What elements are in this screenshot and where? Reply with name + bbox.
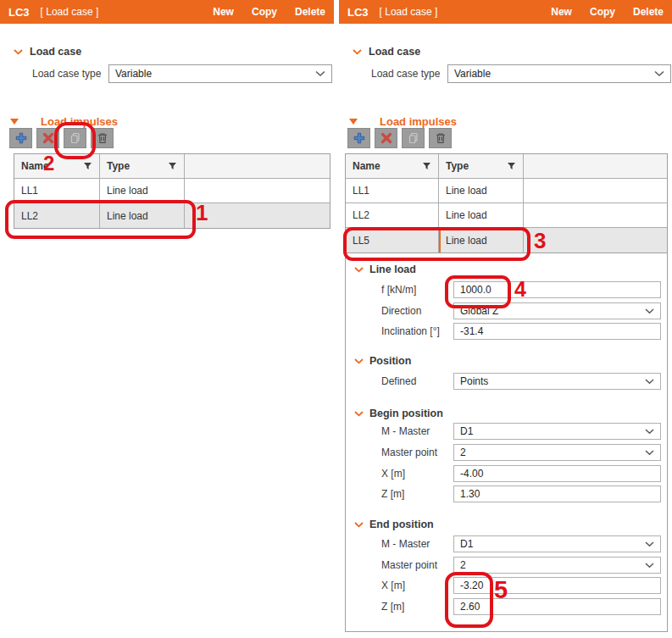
load-impulses-section-header[interactable]: Load impulses <box>10 115 118 128</box>
cell-type[interactable]: Line load <box>100 203 185 228</box>
load-case-type-value: Variable <box>115 68 152 80</box>
begin-point-select[interactable]: 2 <box>453 444 661 461</box>
add-impulse-button[interactable] <box>347 128 370 148</box>
cell-type[interactable]: Line load <box>439 203 524 227</box>
load-case-type-label: Load case type <box>32 65 101 82</box>
trash-impulse-button[interactable] <box>429 128 452 148</box>
impulse-detail-form: Line load f [kN/m] 1000.0 Direction Glob… <box>345 253 668 632</box>
table-header-row: Name Type <box>346 154 667 179</box>
column-header-empty <box>185 154 330 178</box>
end-position-section-header[interactable]: End position <box>354 519 434 530</box>
end-master-select[interactable]: D1 <box>453 535 661 552</box>
end-point-select[interactable]: 2 <box>453 557 661 574</box>
column-header-type[interactable]: Type <box>439 154 524 178</box>
cell-type-editing[interactable]: Line load <box>439 228 524 252</box>
table-row-ll1[interactable]: LL1 Line load <box>14 179 330 203</box>
filter-funnel-icon[interactable] <box>168 162 177 170</box>
chevron-down-icon <box>645 429 654 435</box>
copy-impulse-button[interactable] <box>402 128 425 148</box>
cell-empty[interactable] <box>524 228 667 252</box>
column-header-type[interactable]: Type <box>100 154 185 178</box>
cell-name[interactable]: LL1 <box>346 179 439 202</box>
direction-select[interactable]: Global Z <box>453 302 661 319</box>
new-button[interactable]: New <box>551 6 572 18</box>
chevron-down-icon <box>645 563 654 569</box>
chevron-expand-icon <box>354 522 364 528</box>
filter-funnel-icon[interactable] <box>83 162 92 170</box>
trash-impulse-button[interactable] <box>91 128 114 148</box>
copy-icon <box>69 131 82 145</box>
section-title: Load case <box>369 46 420 58</box>
column-header-name[interactable]: Name <box>346 154 439 178</box>
begin-x-label: X [m] <box>381 465 405 482</box>
begin-x-input[interactable]: -4.00 <box>453 465 661 482</box>
inclination-input[interactable]: -31.4 <box>453 323 661 340</box>
end-x-input[interactable]: -3.20 <box>453 577 661 594</box>
delete-cross-icon <box>380 131 393 145</box>
cell-type[interactable]: Line load <box>439 179 524 202</box>
column-label: Name <box>21 160 49 172</box>
load-case-section-header[interactable]: Load case <box>353 46 420 58</box>
load-case-type-value: Variable <box>454 68 491 80</box>
inclination-label: Inclination [°] <box>381 323 440 340</box>
table-row-ll5-selected[interactable]: LL5 Line load <box>346 228 667 252</box>
f-label: f [kN/m] <box>381 281 416 298</box>
defined-select[interactable]: Points <box>453 373 661 390</box>
delete-button[interactable]: Delete <box>295 6 325 18</box>
begin-point-label: Master point <box>381 444 437 461</box>
add-icon <box>14 131 28 145</box>
f-input[interactable]: 1000.0 <box>453 281 661 298</box>
begin-position-section-header[interactable]: Begin position <box>354 408 443 419</box>
end-z-input[interactable]: 2.60 <box>453 598 661 615</box>
cell-empty[interactable] <box>185 179 330 202</box>
begin-master-label: M - Master <box>381 423 430 440</box>
load-case-type-select[interactable]: Variable <box>447 64 671 83</box>
cell-empty[interactable] <box>524 179 667 202</box>
begin-point-value: 2 <box>460 447 466 458</box>
begin-z-label: Z [m] <box>381 485 404 502</box>
load-impulses-section-header[interactable]: Load impulses <box>349 115 457 128</box>
cell-name[interactable]: LL1 <box>14 179 100 202</box>
chevron-down-icon <box>654 70 664 77</box>
new-button[interactable]: New <box>213 6 234 18</box>
add-icon <box>353 131 366 145</box>
column-label: Name <box>353 160 380 172</box>
chevron-expand-icon <box>354 267 364 273</box>
copy-impulse-button[interactable] <box>64 128 86 148</box>
section-title: Load impulses <box>41 115 118 128</box>
copy-button[interactable]: Copy <box>590 6 615 18</box>
cell-name[interactable]: LL2 <box>14 203 100 228</box>
cell-name[interactable]: LL5 <box>346 228 439 252</box>
position-section-header[interactable]: Position <box>354 355 411 367</box>
add-impulse-button[interactable] <box>9 128 32 148</box>
table-row-ll1[interactable]: LL1 Line load <box>346 179 667 203</box>
line-load-section-header[interactable]: Line load <box>354 264 416 275</box>
column-header-name[interactable]: Name <box>14 154 100 178</box>
load-case-section-header[interactable]: Load case <box>14 46 81 58</box>
end-point-label: Master point <box>381 557 437 574</box>
begin-master-select[interactable]: D1 <box>453 423 661 440</box>
section-title: Line load <box>369 264 416 275</box>
right-load-case-panel: LC3 [ Load case ] New Copy Delete Load c… <box>339 0 672 638</box>
delete-impulse-button[interactable] <box>36 128 59 148</box>
filter-funnel-icon[interactable] <box>507 162 516 170</box>
trash-icon <box>96 131 109 145</box>
chevron-down-icon <box>645 379 654 385</box>
begin-z-input[interactable]: 1.30 <box>453 485 661 502</box>
cell-name[interactable]: LL2 <box>346 203 439 227</box>
copy-button[interactable]: Copy <box>252 6 277 18</box>
table-row-ll2[interactable]: LL2 Line load <box>346 203 667 228</box>
load-case-type-select[interactable]: Variable <box>108 64 332 83</box>
delete-button[interactable]: Delete <box>633 6 664 18</box>
delete-cross-icon <box>42 131 55 145</box>
cell-type[interactable]: Line load <box>100 179 185 202</box>
cell-empty[interactable] <box>185 203 330 228</box>
delete-impulse-button[interactable] <box>375 128 397 148</box>
cell-empty[interactable] <box>524 203 667 227</box>
impulses-table: Name Type LL1 Line load LL2 Line load LL… <box>345 153 668 253</box>
left-load-case-panel: LC3 [ Load case ] New Copy Delete Load c… <box>0 0 334 638</box>
chevron-down-icon <box>645 541 654 547</box>
filter-funnel-icon[interactable] <box>422 162 431 170</box>
table-row-ll2-selected[interactable]: LL2 Line load <box>14 203 330 228</box>
end-z-label: Z [m] <box>381 598 404 615</box>
